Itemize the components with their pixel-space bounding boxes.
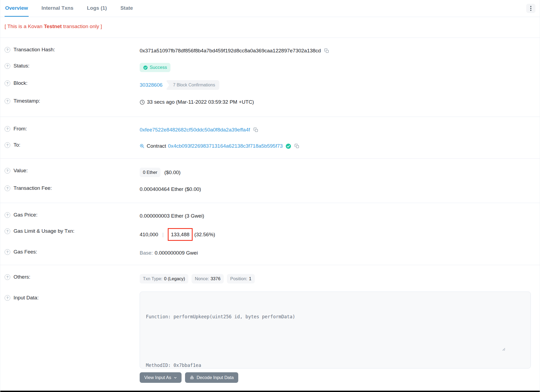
chevron-down-icon [174,376,177,379]
overview-section-3: ? Value: 0 Ether ($0.00) ? Transaction F… [0,159,540,197]
gas-limit-value: 410,000 [140,232,158,238]
gas-fees-base-label: Base: [140,250,153,256]
input-methodid-line: MethodID: 0x7bbaf1ea [146,361,525,369]
help-icon[interactable]: ? [5,212,10,218]
field-label: Transaction Fee: [14,185,52,191]
from-address-link[interactable]: 0xfee7522e8482682cf50ddc50a0f8da2a39effa… [140,127,250,133]
row-to: ? To: Contract 0x4cb093f226983713164a621… [0,138,540,154]
overview-section-1: ? Transaction Hash: 0x371a51097fb78df856… [0,38,540,110]
field-label: Status: [14,63,29,69]
row-input-data: ? Input Data: Function: performUpkeep(ui… [0,288,540,387]
field-label: Gas Price: [14,212,38,218]
transaction-details-page: { "tabs": { "items": [ {"label": "Overvi… [0,0,540,392]
help-icon[interactable]: ? [5,168,10,174]
row-transaction-hash: ? Transaction Hash: 0x371a51097fb78df856… [0,43,540,59]
field-label: Input Data: [14,295,39,301]
attribute-badge: Txn Type:0 (Legacy) [140,274,188,283]
transaction-fee-value: 0.000400464 Ether ($0.00) [140,186,201,192]
kebab-icon [530,6,531,7]
row-others: ? Others: Txn Type:0 (Legacy)Nonce:3376P… [0,270,540,288]
others-badges: Txn Type:0 (Legacy)Nonce:3376Position:1 [140,274,535,283]
tab[interactable]: State [120,0,133,17]
value-usd: ($0.00) [164,170,180,175]
gas-fees-base-value: 0.000000009 Gwei [155,250,198,256]
row-timestamp: ? Timestamp: 33 secs ago (Mar-11-2022 03… [0,94,540,110]
status-badge: Success [140,63,170,72]
help-icon[interactable]: ? [5,126,10,132]
value-separator: | [162,232,164,238]
field-label: From: [14,126,27,132]
attribute-badge: Nonce:3376 [192,274,224,283]
bottom-edge-bar [0,391,540,392]
help-icon[interactable]: ? [5,295,10,301]
help-icon[interactable]: ? [5,228,10,234]
help-icon[interactable]: ? [5,63,10,69]
field-label: Timestamp: [14,98,40,104]
value-amount-badge: 0 Ether [140,168,160,177]
copy-icon[interactable] [324,48,329,53]
help-icon[interactable]: ? [5,249,10,255]
help-icon[interactable]: ? [5,47,10,53]
decode-icon [190,375,194,380]
block-confirmations-badge: 7 Block Confirmations [166,80,220,90]
input-function-line: Function: performUpkeep(uint256 id, byte… [146,313,525,321]
field-label: To: [14,142,20,148]
row-block: ? Block: 30328606 7 Block Confirmations [0,76,540,94]
gas-used-highlight-box: 133,488 [168,228,193,241]
decode-input-data-button[interactable]: Decode Input Data [185,372,239,383]
field-label: Transaction Hash: [14,47,55,53]
field-label: Value: [14,168,28,174]
tab-bar: OverviewInternal TxnsLogs (1)State [0,0,540,17]
copy-icon[interactable] [294,144,299,148]
block-number-link[interactable]: 30328606 [140,82,163,88]
overview-section-4: ? Gas Price: 0.000000003 Ether (3 Gwei) … [0,203,540,261]
field-label: Block: [14,80,28,86]
view-input-as-button[interactable]: View Input As [140,372,182,383]
help-icon[interactable]: ? [5,80,10,86]
input-data-textarea[interactable]: Function: performUpkeep(uint256 id, byte… [140,292,531,369]
magnifier-plus-icon[interactable] [140,144,145,148]
field-label: Others: [14,274,30,280]
input-blank-line [146,337,525,345]
tabs: OverviewInternal TxnsLogs (1)State [5,0,146,17]
row-transaction-fee: ? Transaction Fee: 0.000400464 Ether ($0… [0,181,540,197]
help-icon[interactable]: ? [5,274,10,280]
copy-icon[interactable] [253,127,258,132]
check-circle-icon [143,65,148,70]
timestamp-value: 33 secs ago (Mar-11-2022 03:59:32 PM +UT… [147,99,254,105]
help-icon[interactable]: ? [5,98,10,104]
help-icon[interactable]: ? [5,142,10,148]
input-data-actions: View Input As Decode Input Data [140,372,535,383]
clock-icon [140,100,145,105]
attribute-badge: Position:1 [227,274,254,283]
to-type-label: Contract [147,143,166,149]
row-gas-price: ? Gas Price: 0.000000003 Ether (3 Gwei) [0,208,540,224]
row-value: ? Value: 0 Ether ($0.00) [0,164,540,181]
overview-section-2: ? From: 0xfee7522e8482682cf50ddc50a0f8da… [0,117,540,154]
tab[interactable]: Logs (1) [86,0,108,17]
resize-handle-icon[interactable] [502,331,529,367]
tab[interactable]: Internal Txns [41,0,74,17]
row-gas-limit-usage: ? Gas Limit & Usage by Txn: 410,000 | 13… [0,224,540,245]
transaction-hash-value: 0x371a51097fb78df856f8b4a7bd459f192d8cc8… [140,48,321,54]
verified-check-icon [286,143,291,149]
gas-price-value: 0.000000003 Ether (3 Gwei) [140,213,204,219]
help-icon[interactable]: ? [5,185,10,191]
more-options-button[interactable] [526,4,535,13]
to-address-link[interactable]: 0x4cb093f226983713164a62138c3f718a5b595f… [168,143,283,149]
overview-section-5: ? Others: Txn Type:0 (Legacy)Nonce:3376P… [0,265,540,387]
gas-used-value: 133,488 [171,232,190,237]
row-status: ? Status: Success [0,59,540,76]
row-gas-fees: ? Gas Fees: Base: 0.000000009 Gwei [0,245,540,261]
field-label: Gas Limit & Usage by Txn: [14,228,75,234]
row-from: ? From: 0xfee7522e8482682cf50ddc50a0f8da… [0,122,540,138]
gas-used-percent: (32.56%) [194,232,215,238]
field-label: Gas Fees: [14,249,37,255]
tab[interactable]: Overview [5,0,29,17]
testnet-notice: [ This is a Kovan Testnet transaction on… [0,17,540,38]
